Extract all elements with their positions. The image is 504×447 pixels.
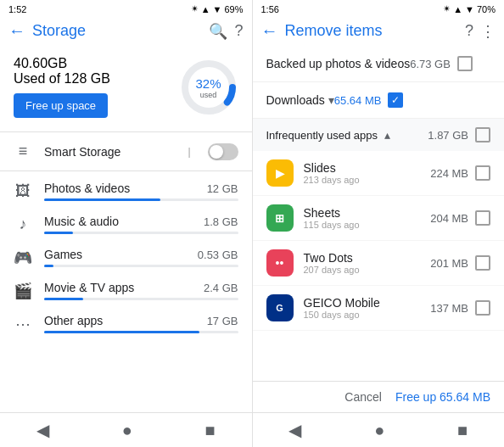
smart-storage-icon: ≡ bbox=[14, 142, 32, 160]
app-row-sheets[interactable]: ⊞ Sheets 115 days ago 204 MB bbox=[253, 196, 505, 241]
search-icon[interactable]: 🔍 bbox=[209, 22, 227, 41]
slides-checkbox[interactable] bbox=[475, 165, 490, 181]
bluetooth-icon-r: ✴ bbox=[443, 3, 451, 14]
app-row-slides[interactable]: ▶ Slides 213 days ago 224 MB bbox=[253, 151, 505, 196]
app-row-geico[interactable]: G GEICO Mobile 150 days ago 137 MB bbox=[253, 286, 505, 331]
photos-icon: 🖼 bbox=[14, 182, 32, 200]
divider-1 bbox=[0, 131, 252, 132]
divider-2 bbox=[0, 170, 252, 171]
free-up-action-button[interactable]: Free up 65.64 MB bbox=[395, 390, 490, 404]
other-icon: ⋯ bbox=[14, 315, 32, 333]
back-nav-button-r[interactable]: ◀ bbox=[288, 420, 301, 440]
smart-storage-toggle[interactable] bbox=[208, 143, 238, 160]
wifi-icon-r: ▼ bbox=[465, 4, 474, 14]
top-bar-left: ← Storage 🔍 ? bbox=[0, 16, 252, 46]
remove-items-list: Backed up photos & videos 6.73 GB Downlo… bbox=[253, 46, 505, 381]
signal-icon: ▲ bbox=[201, 4, 210, 14]
storage-item-other[interactable]: ⋯ Other apps 17 GB bbox=[0, 307, 252, 340]
donut-label: 32% used bbox=[195, 75, 221, 98]
left-screen: 1:52 ✴ ▲ ▼ 69% ← Storage 🔍 ? 40.60GB Use… bbox=[0, 0, 253, 447]
twodots-icon: •• bbox=[266, 249, 294, 277]
downloads-chevron: ▾ bbox=[328, 93, 334, 107]
downloads-checkbox[interactable]: ✓ bbox=[388, 92, 403, 108]
help-icon-right[interactable]: ? bbox=[465, 22, 473, 40]
storage-item-movies[interactable]: 🎬 Movie & TV apps 2.4 GB bbox=[0, 274, 252, 307]
infreq-section-checkbox[interactable] bbox=[475, 127, 490, 142]
top-bar-right: ← Remove items ? ⋮ bbox=[253, 16, 505, 46]
back-nav-button[interactable]: ◀ bbox=[36, 420, 49, 440]
right-screen: 1:56 ✴ ▲ ▼ 70% ← Remove items ? ⋮ Backed… bbox=[253, 0, 505, 447]
storage-item-photos[interactable]: 🖼 Photos & videos 12 GB bbox=[0, 175, 252, 208]
free-up-button[interactable]: Free up space bbox=[14, 93, 108, 118]
bluetooth-icon: ✴ bbox=[191, 3, 199, 14]
sheets-icon: ⊞ bbox=[266, 204, 294, 232]
page-title-left: Storage bbox=[32, 22, 202, 40]
storage-amount: 40.60GB bbox=[14, 56, 110, 71]
bottom-actions: Cancel Free up 65.64 MB bbox=[253, 381, 505, 412]
storage-item-games[interactable]: 🎮 Games 0.53 GB bbox=[0, 241, 252, 274]
recents-nav-button[interactable]: ■ bbox=[205, 421, 216, 440]
status-icons-right: ✴ ▲ ▼ 70% bbox=[443, 3, 496, 14]
back-icon-right[interactable]: ← bbox=[261, 21, 278, 41]
downloads-row[interactable]: Downloads ▾ 65.64 MB ✓ bbox=[253, 82, 505, 119]
backed-up-row[interactable]: Backed up photos & videos 6.73 GB bbox=[253, 46, 505, 82]
movies-icon: 🎬 bbox=[14, 282, 32, 300]
smart-storage-row: ≡ Smart Storage | bbox=[0, 136, 252, 167]
games-icon: 🎮 bbox=[14, 249, 32, 267]
backed-up-checkbox[interactable] bbox=[457, 56, 473, 71]
status-time-right: 1:56 bbox=[261, 4, 279, 14]
status-bar-left: 1:52 ✴ ▲ ▼ 69% bbox=[0, 0, 252, 16]
toggle-separator: | bbox=[188, 146, 190, 158]
recents-nav-button-r[interactable]: ■ bbox=[457, 421, 468, 440]
signal-icon-r: ▲ bbox=[453, 4, 462, 14]
battery-icon-r: 70% bbox=[477, 4, 496, 14]
twodots-checkbox[interactable] bbox=[475, 255, 490, 271]
app-row-twodots[interactable]: •• Two Dots 207 days ago 201 MB bbox=[253, 241, 505, 286]
page-title-right: Remove items bbox=[285, 22, 458, 40]
sheets-checkbox[interactable] bbox=[475, 210, 490, 226]
status-bar-right: 1:56 ✴ ▲ ▼ 70% bbox=[253, 0, 505, 16]
infreq-chevron: ▴ bbox=[384, 128, 390, 142]
bottom-nav-right: ◀ ● ■ bbox=[253, 412, 505, 447]
storage-text: 40.60GB Used of 128 GB Free up space bbox=[14, 56, 110, 118]
wifi-icon: ▼ bbox=[213, 4, 222, 14]
bottom-nav-left: ◀ ● ■ bbox=[0, 412, 252, 447]
cancel-button[interactable]: Cancel bbox=[344, 390, 382, 404]
storage-item-music[interactable]: ♪ Music & audio 1.8 GB bbox=[0, 208, 252, 241]
geico-icon: G bbox=[266, 294, 294, 321]
music-icon: ♪ bbox=[14, 215, 32, 233]
battery-icon: 69% bbox=[224, 4, 243, 14]
toggle-thumb bbox=[210, 145, 223, 159]
home-nav-button[interactable]: ● bbox=[122, 421, 132, 440]
home-nav-button-r[interactable]: ● bbox=[374, 421, 384, 440]
status-icons-left: ✴ ▲ ▼ 69% bbox=[191, 3, 244, 14]
help-icon[interactable]: ? bbox=[234, 22, 243, 40]
slides-icon: ▶ bbox=[266, 159, 294, 187]
storage-donut: 32% used bbox=[179, 58, 238, 117]
back-icon[interactable]: ← bbox=[8, 21, 25, 41]
status-time-left: 1:52 bbox=[8, 4, 26, 14]
storage-summary: 40.60GB Used of 128 GB Free up space 32%… bbox=[0, 46, 252, 128]
storage-used-label: Used of 128 GB bbox=[14, 71, 110, 87]
infreq-section-header[interactable]: Infrequently used apps ▴ 1.87 GB bbox=[253, 119, 505, 151]
geico-checkbox[interactable] bbox=[475, 300, 490, 316]
smart-storage-label: Smart Storage bbox=[44, 145, 176, 159]
more-icon-right[interactable]: ⋮ bbox=[480, 22, 496, 41]
